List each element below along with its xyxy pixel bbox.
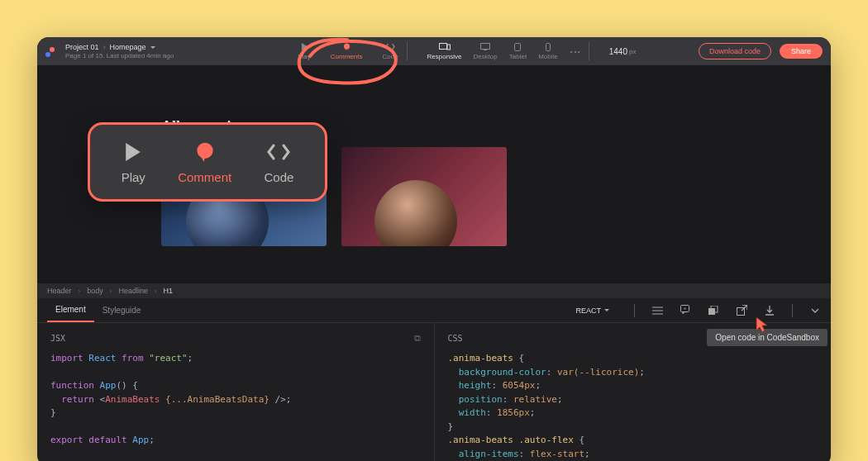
play-icon <box>299 43 309 51</box>
device-tabs: Responsive Desktop Tablet Mobile ⋮ <box>427 43 580 60</box>
caret-down-icon[interactable] <box>150 46 155 49</box>
callout-comment[interactable]: Comment <box>178 140 231 184</box>
chevron-down-icon[interactable] <box>809 305 821 316</box>
page-subtitle: Page 1 of 15. Last updated 4min ago <box>65 52 174 60</box>
viewport-width[interactable]: 1440 px <box>609 47 637 56</box>
callout-label: Play <box>122 170 145 184</box>
device-tab-responsive[interactable]: Responsive <box>427 43 462 60</box>
download-code-button[interactable]: Download code <box>699 43 771 59</box>
callout-label: Code <box>264 170 293 184</box>
callout-popup: Play Comment Code <box>88 122 327 202</box>
device-tab-label: Tablet <box>509 53 527 60</box>
cursor-icon <box>755 316 770 337</box>
mode-tabs: Play Comments Code <box>298 43 398 60</box>
framework-select[interactable]: REACT <box>575 307 609 315</box>
mode-tab-play[interactable]: Play <box>298 43 311 60</box>
list-icon[interactable] <box>651 305 663 316</box>
open-external-icon[interactable] <box>736 305 747 316</box>
svg-rect-6 <box>546 43 550 50</box>
desktop-icon <box>479 43 491 51</box>
caret-down-icon <box>604 309 609 311</box>
device-tab-desktop[interactable]: Desktop <box>473 43 497 60</box>
breadcrumb-project[interactable]: Project 01 <box>65 43 99 52</box>
svg-rect-2 <box>447 45 451 50</box>
comment-icon <box>341 43 351 51</box>
width-unit: px <box>629 48 636 55</box>
divider <box>407 42 408 60</box>
code-icon <box>267 140 290 164</box>
svg-rect-12 <box>708 308 715 315</box>
callout-code[interactable]: Code <box>264 140 293 184</box>
device-tab-label: Desktop <box>473 53 497 60</box>
mode-tab-comments[interactable]: Comments <box>331 43 363 60</box>
breadcrumb-page[interactable]: Homepage <box>110 43 146 52</box>
dom-node[interactable]: body <box>87 287 103 295</box>
divider <box>634 304 635 317</box>
concert-card[interactable] <box>341 147 507 246</box>
device-tab-mobile[interactable]: Mobile <box>538 43 558 60</box>
download-icon[interactable] <box>764 305 775 316</box>
chevron-icon: › <box>110 288 112 295</box>
svg-rect-5 <box>515 43 521 50</box>
width-value: 1440 <box>609 47 627 56</box>
divider <box>589 42 589 60</box>
svg-point-0 <box>344 43 350 49</box>
callout-play[interactable]: Play <box>122 140 145 184</box>
chevron-icon: › <box>155 288 157 295</box>
svg-text:+: + <box>683 306 686 311</box>
mobile-icon <box>542 43 554 51</box>
topbar: Project 01 › Homepage Page 1 of 15. Last… <box>37 37 831 65</box>
device-tab-label: Mobile <box>538 53 558 60</box>
svg-point-15 <box>197 142 212 158</box>
app-logo[interactable] <box>45 45 57 57</box>
svg-rect-1 <box>439 44 446 50</box>
more-icon[interactable]: ⋮ <box>568 46 581 57</box>
chevron-icon: › <box>103 43 106 52</box>
breadcrumb-area: Project 01 › Homepage Page 1 of 15. Last… <box>65 43 174 59</box>
dom-node[interactable]: Headline <box>118 287 148 295</box>
panel-tab-element[interactable]: Element <box>47 298 94 322</box>
dom-node-active[interactable]: H1 <box>164 287 174 295</box>
dom-breadcrumb: Header › body › Headline › H1 <box>37 283 831 298</box>
device-tab-tablet[interactable]: Tablet <box>509 43 527 60</box>
device-tab-label: Responsive <box>427 53 462 60</box>
svg-rect-3 <box>481 44 490 50</box>
divider <box>792 304 793 317</box>
code-icon <box>385 43 395 51</box>
copy-stack-icon[interactable] <box>708 305 719 316</box>
code-toolbar: REACT + <box>575 304 821 317</box>
tablet-icon <box>512 43 523 51</box>
responsive-icon <box>439 43 451 51</box>
breadcrumb[interactable]: Project 01 › Homepage <box>65 43 174 52</box>
mode-tab-label: Code <box>382 53 398 60</box>
mode-tab-label: Comments <box>331 53 363 60</box>
jsx-pane: JSX ⧉ import React from "react"; functio… <box>37 323 434 461</box>
mode-tab-code[interactable]: Code <box>382 43 398 60</box>
add-comment-icon[interactable]: + <box>680 305 691 316</box>
concert-image <box>374 180 457 246</box>
play-icon <box>122 140 145 164</box>
callout-label: Comment <box>178 170 231 184</box>
panel-tabs: Element Styleguide REACT + <box>37 298 831 323</box>
mode-tab-label: Play <box>298 53 311 60</box>
panel-tab-styleguide[interactable]: Styleguide <box>94 299 150 321</box>
copy-icon[interactable]: ⧉ <box>414 333 421 344</box>
pane-header: JSX ⧉ <box>50 333 421 344</box>
share-button[interactable]: Share <box>780 44 823 59</box>
chevron-icon: › <box>79 288 81 295</box>
comment-icon <box>193 140 217 164</box>
dom-node[interactable]: Header <box>47 287 72 295</box>
pane-label: CSS <box>448 334 463 343</box>
framework-value: REACT <box>575 307 601 315</box>
app-window: Project 01 › Homepage Page 1 of 15. Last… <box>37 37 831 461</box>
pane-label: JSX <box>50 334 65 343</box>
